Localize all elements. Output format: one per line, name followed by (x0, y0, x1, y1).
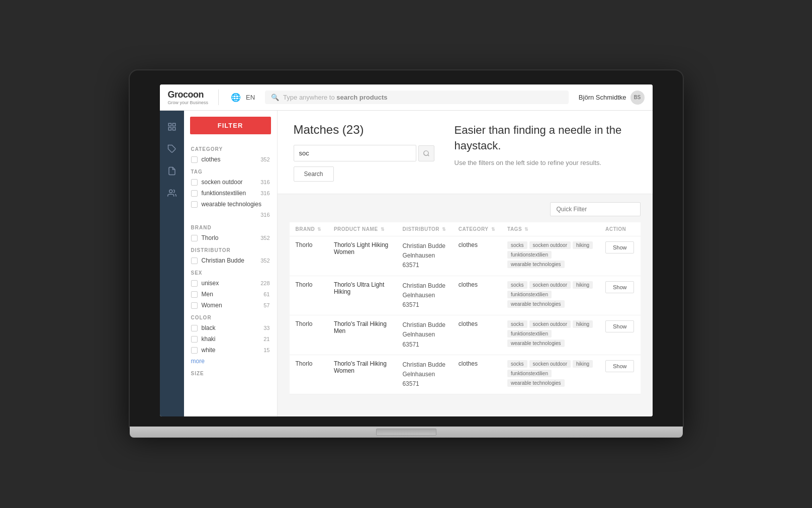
filter-label-black: black (202, 324, 260, 331)
show-button[interactable]: Show (605, 281, 635, 293)
logo-tagline: Grow your Business (168, 100, 209, 105)
filter-checkbox-white[interactable] (191, 347, 198, 354)
cell-product-name: Thorlo's Trail Hiking Men (328, 315, 397, 355)
app-body: FILTER CATEGORY clothes 352 TAG socke (160, 111, 653, 416)
filter-checkbox-women[interactable] (191, 302, 198, 309)
search-input[interactable] (294, 145, 416, 161)
filter-checkbox-christian-budde[interactable] (191, 258, 198, 264)
topbar: Grocoon Grow your Business 🌐 EN 🔍 Type a… (160, 84, 653, 111)
col-category[interactable]: CATEGORY ⇅ (453, 222, 501, 236)
col-brand[interactable]: BRAND ⇅ (290, 222, 328, 236)
cell-tags: sockssocken outdoorhikingfunktionstextil… (501, 315, 599, 355)
user-name: Björn Schmidtke (579, 94, 626, 101)
sort-icon-distributor: ⇅ (442, 227, 446, 232)
sidebar-icon-tag[interactable] (164, 141, 180, 157)
filter-checkbox-thorlo[interactable] (191, 235, 198, 241)
search-hero: Matches (23) Search Easier (278, 111, 653, 194)
tag-badge: socks (507, 281, 527, 289)
hero-subtext: Use the filters on the left side to refi… (455, 159, 637, 166)
filter-button[interactable]: FILTER (190, 117, 271, 134)
search-left: Matches (23) Search (294, 123, 434, 182)
svg-point-5 (169, 190, 172, 193)
laptop-container: Grocoon Grow your Business 🌐 EN 🔍 Type a… (130, 70, 683, 438)
filter-section-size-title: SIZE (184, 367, 277, 378)
show-button[interactable]: Show (605, 320, 635, 332)
tag-badge: socken outdoor (529, 281, 571, 289)
global-search[interactable]: 🔍 Type anywhere to search products (265, 91, 569, 104)
filter-item-unisex: unisex 228 (184, 278, 277, 289)
app-container: Grocoon Grow your Business 🌐 EN 🔍 Type a… (160, 84, 653, 416)
search-input-row (294, 145, 434, 161)
language-selector[interactable]: EN (246, 94, 255, 101)
filter-checkbox-khaki[interactable] (191, 336, 198, 343)
laptop-screen: Grocoon Grow your Business 🌐 EN 🔍 Type a… (160, 84, 653, 416)
filter-checkbox-black[interactable] (191, 325, 198, 331)
filter-section-sex-title: SEX (184, 266, 277, 278)
search-button[interactable]: Search (294, 166, 334, 182)
svg-rect-3 (172, 128, 175, 130)
filter-checkbox-funktionstextilien[interactable] (191, 190, 198, 197)
cell-distributor: Christian BuddeGelnhausen63571 (396, 236, 452, 276)
tag-badge: wearable technologies (507, 340, 565, 347)
filter-count-white: 15 (263, 347, 269, 353)
sidebar-icon-users[interactable] (164, 185, 180, 201)
cell-action: Show (599, 315, 641, 355)
globe-icon[interactable]: 🌐 (229, 91, 243, 105)
table-body: Thorlo Thorlo's Light Hiking Women Chris… (290, 236, 641, 394)
filter-count-funktionstextilien: 316 (260, 190, 269, 196)
col-tags[interactable]: TAGS ⇅ (501, 222, 599, 236)
show-button[interactable]: Show (605, 360, 635, 372)
filter-section-category-title: CATEGORY (184, 142, 277, 154)
filter-count-christian-budde: 352 (260, 258, 269, 264)
col-distributor[interactable]: DISTRIBUTOR ⇅ (396, 222, 452, 236)
filter-checkbox-men[interactable] (191, 291, 198, 298)
search-right: Easier than finding a needle in the hays… (455, 123, 637, 182)
trackpad[interactable] (376, 429, 436, 436)
tag-badge: wearable technologies (507, 300, 565, 308)
search-magnifier-icon[interactable] (418, 145, 434, 161)
sidebar-icon-document[interactable] (164, 163, 180, 179)
cell-tags: sockssocken outdoorhikingfunktionstextil… (501, 355, 599, 394)
filter-count-women: 57 (263, 302, 269, 308)
filter-label-clothes: clothes (202, 156, 257, 163)
cell-product-name: Thorlo's Trail Hiking Women (328, 355, 397, 394)
filter-label-christian-budde: Christian Budde (202, 257, 257, 264)
filter-count-wearable-technologies: 316 (260, 212, 269, 218)
main-content: Matches (23) Search Easier (278, 111, 653, 416)
filter-item-clothes: clothes 352 (184, 154, 277, 165)
cell-tags: sockssocken outdoorhikingfunktionstextil… (501, 236, 599, 276)
filter-checkbox-wearable-technologies[interactable] (191, 201, 198, 208)
user-menu[interactable]: Björn Schmidtke BS (579, 91, 645, 105)
filter-count-thorlo: 352 (260, 235, 269, 241)
sidebar-icon-home[interactable] (164, 119, 180, 135)
filter-checkbox-unisex[interactable] (191, 280, 198, 287)
filter-label-funktionstextilien: funktionstextilien (202, 190, 257, 197)
svg-rect-2 (168, 128, 171, 130)
filter-item-thorlo: Thorlo 352 (184, 232, 277, 243)
show-button[interactable]: Show (605, 241, 635, 253)
logo-name: Grocoon (168, 90, 209, 100)
tag-badge: socken outdoor (529, 320, 571, 328)
cell-distributor: Christian BuddeGelnhausen63571 (396, 315, 452, 355)
table-row: Thorlo Thorlo's Trail Hiking Men Christi… (290, 315, 641, 355)
hero-headline: Easier than finding a needle in the hays… (455, 123, 637, 154)
tag-badge: funktionstextilien (507, 291, 552, 298)
filter-label-unisex: unisex (202, 280, 257, 287)
filter-checkbox-clothes[interactable] (191, 156, 198, 163)
quick-filter-row (290, 202, 641, 216)
quick-filter-input[interactable] (550, 202, 641, 216)
color-more-link[interactable]: more (184, 356, 277, 367)
cell-product-name: Thorlo's Light Hiking Women (328, 236, 397, 276)
filter-section-distributor-title: DISTRIBUTOR (184, 243, 277, 255)
tag-badge: wearable technologies (507, 261, 565, 268)
col-product-name[interactable]: PRODUCT NAME ⇅ (328, 222, 397, 236)
results-area: BRAND ⇅ PRODUCT NAME ⇅ DISTRIBUTOR ⇅ CAT… (278, 194, 653, 416)
cell-action: Show (599, 355, 641, 394)
filter-count-men: 61 (263, 291, 269, 297)
cell-distributor: Christian BuddeGelnhausen63571 (396, 355, 452, 394)
table-header: BRAND ⇅ PRODUCT NAME ⇅ DISTRIBUTOR ⇅ CAT… (290, 222, 641, 236)
table-row: Thorlo Thorlo's Trail Hiking Women Chris… (290, 355, 641, 394)
filter-item-socken-outdoor: socken outdoor 316 (184, 177, 277, 188)
filter-checkbox-socken-outdoor[interactable] (191, 179, 198, 186)
tag-badge: socks (507, 360, 527, 368)
